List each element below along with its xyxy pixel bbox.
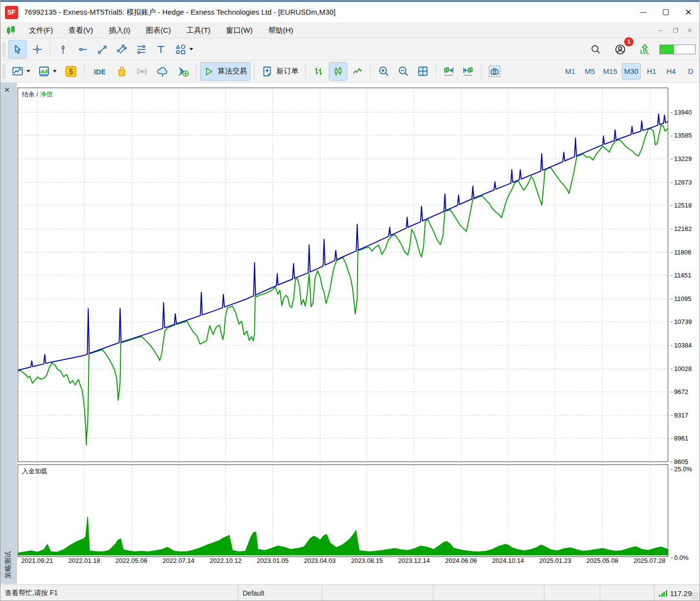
resize-grip[interactable] [692,593,699,600]
status-empty-section [322,585,433,601]
dollar-button[interactable]: $ [61,62,81,81]
x-axis-label[interactable]: 2025.05.08 [587,557,618,564]
cursor-arrow-button[interactable] [8,40,27,59]
auto-scroll-button[interactable] [459,62,477,81]
candles-chart-button[interactable] [329,62,347,81]
ide-text-button[interactable]: IDE [88,62,112,81]
timeframe-m1[interactable]: M1 [562,63,579,80]
fibonacci-lines-button[interactable] [132,40,151,59]
y-axis-tick: 9317 [671,411,688,418]
toolbar-grip[interactable] [2,42,6,57]
user-profile-button[interactable]: 1 [611,40,630,59]
zoom-out-button[interactable] [394,62,412,81]
close-button[interactable]: ✕ [677,2,700,23]
x-axis-label[interactable]: 2022.01.18 [68,557,100,564]
minimize-button[interactable] [632,2,655,23]
chevron-down-icon[interactable] [26,70,30,72]
screenshot-camera-icon [488,65,501,78]
menu-item-7[interactable]: 帮助(H) [262,24,299,37]
timeframe-m30[interactable]: M30 [622,63,641,80]
chart-type-icon [12,66,23,77]
y-axis-tick: 8605 [671,458,688,465]
level-button[interactable]: LVL [635,40,654,59]
zoom-in-button[interactable] [374,62,393,81]
x-axis-label[interactable]: 2021.09.21 [21,557,53,564]
tester-close-button[interactable]: ✕ [4,86,10,94]
toolbar-separator [84,64,85,79]
menu-item-6[interactable]: 窗口(W) [220,24,258,37]
main-chart-canvas[interactable] [18,88,668,462]
x-axis-label[interactable]: 2024.06.06 [445,557,477,564]
tile-windows-button[interactable] [413,62,432,81]
deposit-chart-canvas[interactable] [18,465,668,556]
new-order-button[interactable]: 新订单 [258,62,302,81]
crosshair-button[interactable] [28,40,46,59]
market-watch-button[interactable] [35,62,60,81]
menu-item-2[interactable]: 查看(V) [63,24,99,37]
x-axis-label[interactable]: 2023.12.14 [398,557,430,564]
y-axis-tick: 9672 [671,388,688,395]
menu-item-4[interactable]: 图表(C) [140,24,177,37]
vertical-line-button[interactable] [54,40,72,59]
cloud-icon [156,66,169,77]
menu-item-1[interactable]: 文件(F) [23,24,59,37]
bars-chart-icon [313,66,324,77]
shift-end-button[interactable] [439,62,458,81]
x-axis-label[interactable]: 2022.05.06 [115,557,147,564]
market-bag-button[interactable] [113,62,131,81]
timeframe-h1[interactable]: H1 [643,63,660,80]
button-label: 算法交易 [218,67,247,76]
toolbar-separator [305,64,306,79]
mdi-close-button[interactable]: ✕ [684,25,696,36]
tile-windows-icon [417,66,429,77]
x-axis-label[interactable]: 2022.10.12 [210,557,242,564]
maximize-button[interactable] [655,2,677,23]
y-axis-tick: 12518 [671,202,692,209]
cloud-button[interactable] [153,62,172,81]
timeframe-h4[interactable]: H4 [662,63,680,80]
x-axis-label[interactable]: 2023.01.05 [257,557,289,564]
text-tool-button[interactable] [152,40,170,59]
toolbar-grip[interactable] [2,64,6,79]
chevron-down-icon[interactable] [53,70,57,72]
search-button[interactable] [587,40,605,59]
play-icon [203,66,214,77]
line-chart-button[interactable] [348,62,367,81]
x-axis-label[interactable]: 2023.08.15 [351,557,383,564]
x-axis-label[interactable]: 2022.07.14 [162,557,194,564]
menu-item-5[interactable]: 工具(T) [181,24,216,37]
timeframe-m5[interactable]: M5 [581,63,599,80]
y-axis-tick: 13940 [671,108,692,116]
x-axis-label[interactable]: 2024.10.14 [492,557,524,564]
timeframe-m15[interactable]: M15 [601,63,620,80]
signal-waves-button[interactable] [132,62,152,81]
menu-item-3[interactable]: 插入(I) [103,24,136,37]
x-axis-label[interactable]: 2023.04.03 [304,557,336,564]
y-axis-tick: 11451 [671,272,691,279]
trendline-button[interactable] [93,40,112,59]
timeframe-d[interactable]: D [682,63,700,80]
shapes-button[interactable] [171,40,197,59]
chevron-down-icon[interactable] [189,48,193,50]
horizontal-line-button[interactable] [73,40,92,59]
y-axis-tick: 11806 [671,248,691,255]
algo-trading-button[interactable]: 算法交易 [200,62,250,81]
standard-tool-buttons: $IDE算法交易新订单 [8,62,505,81]
mdi-restore-button[interactable] [669,25,681,36]
status-profile[interactable]: Default [238,585,322,601]
bars-chart-button[interactable] [309,62,328,81]
candles-chart-icon [333,66,343,77]
user-profile-icon [614,44,626,55]
x-axis-label[interactable]: 2025.01.23 [540,557,571,564]
add-signal-icon [177,66,189,77]
balance-equity-plot[interactable]: 结余 / 净值 [18,88,668,462]
x-axis-label[interactable]: 2025.07.28 [633,557,665,564]
screenshot-camera-button[interactable] [485,62,504,81]
add-signal-button[interactable] [173,62,193,81]
chart-type-button[interactable] [8,62,34,81]
channel-button[interactable] [113,40,131,59]
deposit-load-plot[interactable]: 入金加载 [18,464,668,557]
tester-panel-title: 策略测试 [4,551,13,578]
mdi-minimize-button[interactable] [655,25,666,36]
y-axis-tick: 10739 [671,318,692,325]
